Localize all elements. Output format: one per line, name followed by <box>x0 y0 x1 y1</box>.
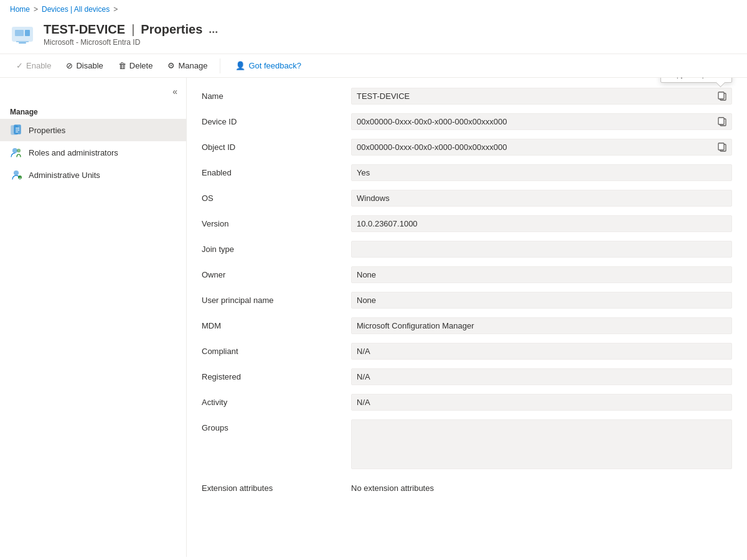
enable-button[interactable]: ✓ Enable <box>10 58 57 73</box>
sidebar-collapse-button[interactable]: « <box>169 85 181 98</box>
form-row-upn: User principal name <box>202 292 732 309</box>
toolbar-separator <box>220 58 220 73</box>
sidebar-collapse-area: « <box>0 83 186 103</box>
device-id-copy-button[interactable] <box>713 114 731 129</box>
svg-rect-16 <box>718 92 724 99</box>
svg-rect-1 <box>15 30 24 36</box>
value-registered <box>351 368 732 385</box>
breadcrumb-devices[interactable]: Devices | All devices <box>42 5 110 14</box>
manage-icon: ⚙ <box>167 61 175 70</box>
version-input[interactable] <box>351 215 732 232</box>
os-input[interactable] <box>351 190 732 207</box>
label-device-id: Device ID <box>202 113 339 126</box>
mdm-input[interactable] <box>351 317 732 334</box>
form-row-activity: Activity <box>202 394 732 411</box>
main-layout: « Manage Properties <box>0 78 747 557</box>
value-mdm <box>351 317 732 334</box>
object-id-input-wrapper <box>351 139 732 156</box>
page-header: TEST-DEVICE | Properties ... Microsoft -… <box>0 19 747 54</box>
registered-input[interactable] <box>351 368 732 385</box>
label-join-type: Join type <box>202 241 339 254</box>
label-name: Name <box>202 88 339 101</box>
toolbar: ✓ Enable ⊘ Disable 🗑 Delete ⚙ Manage 👤 G… <box>0 54 747 78</box>
activity-input[interactable] <box>351 394 732 411</box>
sidebar-item-label-roles: Roles and administrators <box>29 148 118 157</box>
owner-input[interactable] <box>351 266 732 283</box>
value-object-id <box>351 139 732 156</box>
value-join-type <box>351 241 732 258</box>
delete-button[interactable]: 🗑 Delete <box>112 58 159 73</box>
delete-icon: 🗑 <box>118 61 126 70</box>
svg-rect-6 <box>14 125 21 134</box>
admin-units-icon: + <box>10 169 22 181</box>
breadcrumb-home[interactable]: Home <box>10 5 30 14</box>
form-row-registered: Registered <box>202 368 732 385</box>
form-row-owner: Owner <box>202 266 732 283</box>
sidebar-section-manage: Manage <box>0 103 186 119</box>
label-enabled: Enabled <box>202 164 339 177</box>
sidebar: « Manage Properties <box>0 78 187 557</box>
label-compliant: Compliant <box>202 343 339 356</box>
ext-attrs-value: No extension attributes <box>351 480 732 493</box>
sidebar-item-admin-units[interactable]: + Administrative Units <box>0 164 186 186</box>
value-version <box>351 215 732 232</box>
svg-text:+: + <box>19 176 21 180</box>
sidebar-item-roles[interactable]: Roles and administrators <box>0 141 186 164</box>
copy-tooltip: Copy to clipboard <box>660 78 732 83</box>
svg-rect-3 <box>19 42 26 44</box>
form-row-mdm: MDM <box>202 317 732 334</box>
label-owner: Owner <box>202 266 339 279</box>
feedback-icon: 👤 <box>235 61 245 70</box>
manage-button[interactable]: ⚙ Manage <box>161 58 214 73</box>
label-object-id: Object ID <box>202 139 339 152</box>
breadcrumb-sep1: > <box>34 5 38 14</box>
device-id-input[interactable] <box>351 113 732 130</box>
enabled-input[interactable] <box>351 164 732 181</box>
value-os <box>351 190 732 207</box>
label-ext-attrs: Extension attributes <box>202 480 339 493</box>
disable-icon: ⊘ <box>66 61 73 70</box>
form-row-object-id: Object ID <box>202 139 732 156</box>
form-row-ext-attrs: Extension attributes No extension attrib… <box>202 480 732 493</box>
svg-rect-2 <box>25 30 30 36</box>
compliant-input[interactable] <box>351 343 732 360</box>
object-id-input[interactable] <box>351 139 732 156</box>
content-area: Name Copy to clipboard Device ID <box>187 78 747 557</box>
value-activity <box>351 394 732 411</box>
form-row-enabled: Enabled <box>202 164 732 181</box>
label-upn: User principal name <box>202 292 339 305</box>
value-owner <box>351 266 732 283</box>
feedback-button[interactable]: 👤 Got feedback? <box>229 58 308 73</box>
svg-rect-4 <box>16 41 29 42</box>
breadcrumb: Home > Devices | All devices > <box>0 0 747 19</box>
form-row-groups: Groups <box>202 419 732 471</box>
svg-point-10 <box>13 149 17 153</box>
value-device-id <box>351 113 732 130</box>
name-input[interactable] <box>351 88 732 105</box>
name-copy-button[interactable] <box>713 89 731 104</box>
label-groups: Groups <box>202 419 339 432</box>
form-row-version: Version <box>202 215 732 232</box>
groups-textarea[interactable] <box>351 419 732 469</box>
sidebar-item-properties[interactable]: Properties <box>0 119 186 141</box>
sidebar-item-label-properties: Properties <box>29 126 65 135</box>
value-enabled <box>351 164 732 181</box>
header-text: TEST-DEVICE | Properties ... Microsoft -… <box>44 22 737 47</box>
join-type-input[interactable] <box>351 241 732 258</box>
more-options-button[interactable]: ... <box>209 23 218 36</box>
label-registered: Registered <box>202 368 339 381</box>
value-upn <box>351 292 732 309</box>
properties-icon <box>10 124 22 136</box>
device-id-input-wrapper <box>351 113 732 130</box>
label-mdm: MDM <box>202 317 339 330</box>
label-activity: Activity <box>202 394 339 407</box>
object-id-copy-button[interactable] <box>713 140 731 155</box>
disable-button[interactable]: ⊘ Disable <box>60 58 109 73</box>
roles-icon <box>10 146 22 159</box>
label-version: Version <box>202 215 339 228</box>
label-os: OS <box>202 190 339 203</box>
svg-rect-18 <box>718 118 724 124</box>
upn-input[interactable] <box>351 292 732 309</box>
sidebar-item-label-admin-units: Administrative Units <box>29 170 100 180</box>
header-subtitle: Microsoft - Microsoft Entra ID <box>44 38 737 47</box>
